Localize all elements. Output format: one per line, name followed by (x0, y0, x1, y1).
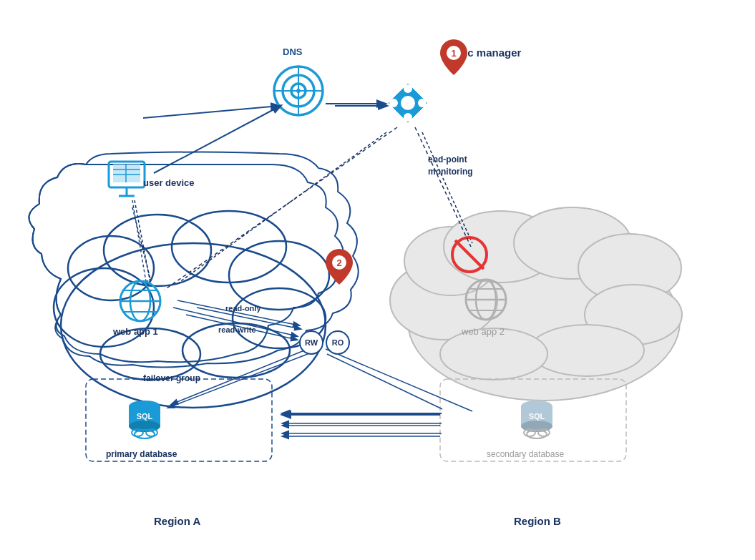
svg-line-23 (179, 132, 386, 283)
primary-sql-icon: SQL (122, 393, 168, 443)
web-app-1-icon (118, 279, 162, 326)
web-app-1-label: web app 1 (113, 326, 158, 337)
svg-point-42 (401, 96, 415, 110)
web-app-2-label: web app 2 (462, 326, 505, 337)
svg-point-5 (229, 241, 329, 310)
svg-text:read-write: read-write (218, 325, 256, 334)
svg-point-7 (182, 323, 290, 378)
svg-line-96 (327, 354, 442, 409)
svg-line-91 (415, 127, 471, 247)
ro-circle: RO (326, 330, 350, 355)
svg-point-9 (408, 243, 680, 401)
main-svg: read-only read-write (0, 0, 755, 560)
dns-icon (272, 64, 326, 121)
svg-line-90 (165, 127, 397, 290)
svg-line-21 (143, 106, 279, 118)
svg-text:SQL: SQL (529, 412, 545, 421)
svg-line-71 (455, 240, 484, 269)
svg-point-16 (530, 325, 644, 376)
svg-point-45 (404, 84, 412, 93)
end-point-monitoring-label: end-pointmonitoring (428, 154, 473, 178)
web-app-2-icon (464, 277, 508, 325)
svg-text:1: 1 (451, 48, 456, 59)
svg-rect-54 (113, 164, 140, 182)
secondary-sql-icon: SQL (514, 393, 560, 443)
svg-point-3 (104, 215, 211, 286)
dns-label: DNS (283, 46, 302, 57)
rw-circle: RW (299, 330, 323, 355)
failover-group-label: failover group (143, 373, 200, 383)
svg-line-25 (197, 308, 301, 329)
diagram-container: read-only read-write DNS (0, 0, 755, 560)
svg-point-4 (172, 211, 286, 283)
svg-line-94 (173, 308, 297, 336)
svg-line-24 (422, 132, 472, 243)
user-device-label: user device (143, 177, 195, 188)
svg-point-46 (404, 113, 412, 122)
svg-text:read-only: read-only (225, 304, 261, 313)
svg-line-93 (177, 300, 299, 325)
svg-point-15 (585, 285, 682, 345)
secondary-database-label: secondary database (487, 449, 564, 459)
svg-point-43 (389, 99, 398, 107)
svg-line-88 (154, 106, 281, 173)
svg-point-14 (578, 234, 681, 303)
svg-point-13 (514, 207, 631, 279)
svg-line-34 (132, 200, 147, 286)
pin-1-icon: 1 (440, 39, 467, 78)
arrows-svg (0, 0, 755, 560)
svg-line-22 (132, 207, 150, 279)
no-entry-icon (451, 236, 488, 276)
primary-database-label: primary database (106, 449, 177, 459)
svg-text:2: 2 (336, 257, 341, 268)
svg-line-27 (186, 315, 297, 340)
traffic-manager-icon (385, 80, 431, 129)
region-a-label: Region A (154, 515, 200, 527)
svg-line-30 (326, 349, 472, 411)
region-b-label: Region B (514, 515, 561, 527)
svg-point-44 (418, 99, 427, 107)
svg-line-92 (135, 200, 150, 283)
svg-text:SQL: SQL (137, 412, 153, 421)
pin-2-icon: 2 (326, 249, 353, 288)
